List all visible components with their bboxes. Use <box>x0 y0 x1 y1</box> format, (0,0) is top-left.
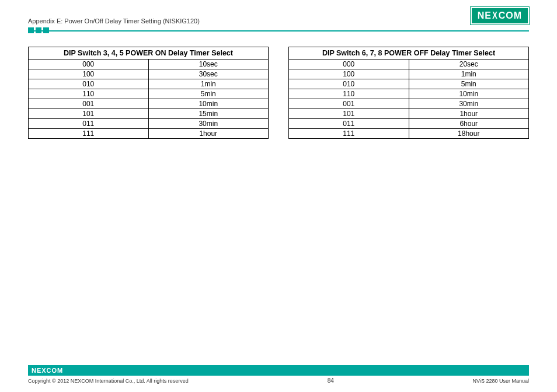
cell-value: 30min <box>148 119 269 129</box>
cell-code: 110 <box>289 89 409 99</box>
power-off-table: DIP Switch 6, 7, 8 POWER OFF Delay Timer… <box>288 47 529 139</box>
power-on-table: DIP Switch 3, 4, 5 POWER ON Delay Timer … <box>28 47 269 139</box>
table-row: 0105min <box>289 79 529 89</box>
footer-row: Copyright © 2012 NEXCOM International Co… <box>28 377 529 384</box>
cell-code: 010 <box>289 79 409 89</box>
cell-value: 1min <box>409 69 529 79</box>
brand-logo: NEXCOM <box>471 7 529 24</box>
table-row: 10115min <box>29 109 269 119</box>
table-row: 00110min <box>29 99 269 109</box>
cell-code: 100 <box>289 69 409 79</box>
cell-value: 10sec <box>148 60 269 69</box>
cell-code: 011 <box>289 119 409 129</box>
table-row: 0116hour <box>289 119 529 129</box>
footer: NEXCOM Copyright © 2012 NEXCOM Internati… <box>28 365 529 384</box>
table-row: 10030sec <box>29 69 269 79</box>
cell-code: 000 <box>29 60 149 69</box>
cell-value: 1hour <box>148 129 269 139</box>
tables-container: DIP Switch 3, 4, 5 POWER ON Delay Timer … <box>28 47 529 139</box>
brand-text-right: COM <box>499 10 522 21</box>
footer-copyright: Copyright © 2012 NEXCOM International Co… <box>28 378 189 384</box>
divider-line <box>28 30 529 32</box>
brand-text-left: NE <box>478 10 492 21</box>
divider <box>28 30 529 32</box>
divider-squares-icon <box>28 27 49 33</box>
table-row: 1011hour <box>289 109 529 119</box>
table-row: 11118hour <box>289 129 529 139</box>
table-row: 01130min <box>29 119 269 129</box>
cell-code: 110 <box>29 89 149 99</box>
cell-code: 011 <box>29 119 149 129</box>
table-title: DIP Switch 6, 7, 8 POWER OFF Delay Timer… <box>289 47 529 60</box>
table-row: 00130min <box>289 99 529 109</box>
cell-value: 18hour <box>409 129 529 139</box>
header-title: Appendix E: Power On/Off Delay Timer Set… <box>28 18 200 24</box>
header: Appendix E: Power On/Off Delay Timer Set… <box>28 7 529 27</box>
cell-code: 100 <box>29 69 149 79</box>
cell-code: 101 <box>289 109 409 119</box>
footer-bar: NEXCOM <box>28 365 529 376</box>
cell-value: 5min <box>148 89 269 99</box>
cell-value: 15min <box>148 109 269 119</box>
footer-brand-logo: NEXCOM <box>32 367 63 374</box>
table-row: 00020sec <box>289 60 529 69</box>
table-row: 1001min <box>289 69 529 79</box>
table-row: 0101min <box>29 79 269 89</box>
table-title: DIP Switch 3, 4, 5 POWER ON Delay Timer … <box>29 47 269 60</box>
cell-code: 111 <box>29 129 149 139</box>
cell-value: 30min <box>409 99 529 109</box>
cell-value: 1hour <box>409 109 529 119</box>
cell-value: 10min <box>148 99 269 109</box>
cell-value: 10min <box>409 89 529 99</box>
cell-code: 000 <box>289 60 409 69</box>
table-row: 11010min <box>289 89 529 99</box>
cell-value: 1min <box>148 79 269 89</box>
page: Appendix E: Power On/Off Delay Timer Set… <box>0 0 557 392</box>
table-row: 1105min <box>29 89 269 99</box>
table-row: 1111hour <box>29 129 269 139</box>
cell-value: 6hour <box>409 119 529 129</box>
cell-code: 001 <box>29 99 149 109</box>
footer-page-number: 84 <box>328 377 334 384</box>
cell-code: 111 <box>289 129 409 139</box>
cell-value: 5min <box>409 79 529 89</box>
brand-x-icon: X <box>492 10 497 21</box>
cell-value: 20sec <box>409 60 529 69</box>
cell-code: 101 <box>29 109 149 119</box>
cell-value: 30sec <box>148 69 269 79</box>
table-row: 00010sec <box>29 60 269 69</box>
cell-code: 001 <box>289 99 409 109</box>
cell-code: 010 <box>29 79 149 89</box>
footer-doc-title: NViS 2280 User Manual <box>473 378 529 384</box>
